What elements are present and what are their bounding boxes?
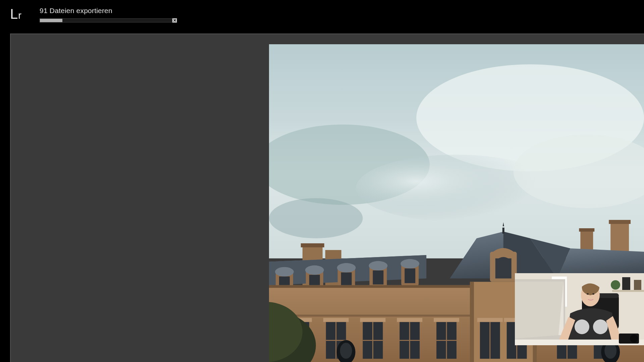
svg-rect-83	[609, 359, 612, 362]
svg-point-37	[400, 259, 419, 268]
export-progress-row: ✕	[40, 18, 177, 23]
top-bar: L r 91 Dateien exportieren ✕	[0, 0, 644, 34]
svg-rect-30	[341, 273, 352, 286]
export-progress-block: 91 Dateien exportieren ✕	[40, 7, 177, 23]
svg-rect-14	[301, 243, 324, 247]
export-progress-label: 91 Dateien exportieren	[40, 7, 177, 15]
svg-text:L: L	[10, 6, 18, 22]
close-icon: ✕	[173, 18, 176, 22]
svg-rect-31	[373, 270, 383, 285]
svg-text:r: r	[18, 10, 21, 21]
svg-marker-90	[515, 282, 564, 339]
svg-rect-74	[477, 318, 503, 322]
svg-rect-44	[470, 282, 474, 362]
svg-rect-39	[495, 258, 512, 279]
app-logo-icon: L r	[10, 6, 28, 23]
svg-rect-71	[360, 318, 386, 322]
svg-point-103	[587, 293, 589, 295]
svg-point-34	[305, 265, 324, 275]
svg-point-99	[593, 319, 608, 334]
svg-point-36	[369, 261, 387, 270]
svg-rect-73	[434, 318, 459, 322]
webcam-image	[515, 273, 644, 345]
svg-point-6	[269, 198, 363, 238]
svg-point-104	[592, 293, 594, 295]
svg-point-33	[275, 267, 294, 277]
svg-point-84	[340, 343, 352, 359]
export-progress-fill	[40, 19, 62, 22]
svg-rect-91	[612, 290, 644, 292]
svg-rect-19	[502, 228, 504, 234]
webcam-overlay	[515, 273, 644, 345]
svg-rect-9	[609, 220, 631, 224]
svg-point-98	[575, 319, 589, 334]
svg-point-35	[337, 263, 356, 273]
workspace-panel	[10, 34, 644, 362]
export-progress-bar	[40, 18, 172, 22]
svg-rect-11	[579, 228, 594, 232]
svg-rect-92	[622, 277, 630, 290]
svg-point-102	[630, 335, 638, 343]
svg-rect-72	[397, 318, 422, 322]
svg-rect-94	[634, 280, 641, 290]
svg-rect-70	[323, 318, 349, 322]
export-cancel-button[interactable]: ✕	[172, 18, 177, 23]
svg-rect-81	[345, 359, 347, 362]
svg-point-93	[611, 280, 620, 290]
svg-rect-32	[405, 268, 415, 283]
